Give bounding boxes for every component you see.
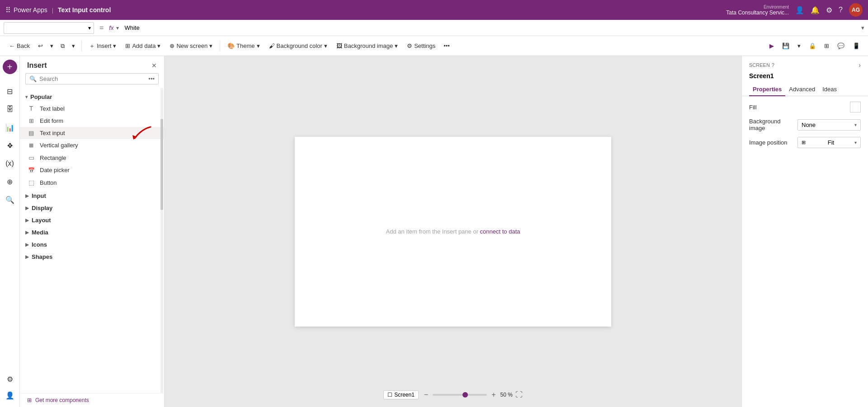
formula-chevron-small[interactable]: ▾ bbox=[116, 25, 119, 31]
canvas-placeholder-text: Add an item from the Insert pane or bbox=[386, 228, 478, 235]
image-position-dropdown[interactable]: ⊞ Fit ▾ bbox=[797, 137, 861, 148]
screen-section-label: SCREEN ? bbox=[749, 62, 774, 68]
popular-section-header[interactable]: ▾ Popular bbox=[20, 90, 164, 102]
add-circle-button[interactable]: + bbox=[3, 60, 17, 74]
comment-icon[interactable]: 💬 bbox=[835, 41, 847, 51]
publish-button[interactable]: 🔒 bbox=[806, 41, 819, 51]
copy-button[interactable]: ⧉ bbox=[58, 41, 67, 51]
zoom-slider-thumb[interactable] bbox=[462, 392, 468, 398]
search-input[interactable] bbox=[39, 75, 146, 82]
insert-list: ▾ Popular T Text label ⊞ Edit form ▤ Tex… bbox=[20, 88, 164, 393]
icons-section-header[interactable]: ▶ Icons bbox=[20, 238, 164, 250]
formula-bar-chevron[interactable]: ▾ bbox=[861, 24, 864, 31]
get-more-components[interactable]: ⊞ Get more components bbox=[20, 393, 164, 407]
account-sidebar-icon[interactable]: 👤 bbox=[2, 387, 18, 403]
gear-icon[interactable]: ⚙ bbox=[826, 6, 832, 14]
zoom-minus-button[interactable]: − bbox=[422, 390, 430, 400]
undo-dropdown[interactable]: ▾ bbox=[47, 41, 56, 51]
media-section-header[interactable]: ▶ Media bbox=[20, 225, 164, 238]
help-icon[interactable]: ? bbox=[839, 6, 843, 14]
formula-dropdown[interactable]: ▾ bbox=[4, 22, 94, 34]
tab-properties[interactable]: Properties bbox=[749, 83, 785, 96]
person-icon[interactable]: 👤 bbox=[795, 6, 804, 14]
tab-ideas[interactable]: Ideas bbox=[819, 83, 840, 96]
toolbar-extra[interactable]: ⊞ bbox=[821, 41, 832, 51]
zoom-plus-button[interactable]: + bbox=[490, 390, 497, 400]
theme-button[interactable]: 🎨 Theme ▾ bbox=[224, 41, 263, 51]
bg-image-button[interactable]: 🖼 Background image ▾ bbox=[333, 41, 401, 51]
insert-panel-header: Insert ✕ bbox=[20, 56, 164, 73]
edit-form-icon: ⊞ bbox=[27, 117, 35, 124]
layers-icon[interactable]: ⊟ bbox=[2, 83, 18, 99]
display-chevron: ▶ bbox=[25, 206, 29, 211]
fill-color-swatch[interactable] bbox=[850, 102, 861, 112]
phone-icon[interactable]: 📱 bbox=[850, 41, 863, 51]
shapes-section-header[interactable]: ▶ Shapes bbox=[20, 250, 164, 262]
right-panel-arrow[interactable]: › bbox=[859, 61, 861, 69]
formula-fx[interactable]: fx bbox=[109, 24, 113, 31]
rectangle-icon: ▭ bbox=[27, 154, 35, 161]
search-more-icon[interactable]: ••• bbox=[148, 75, 155, 82]
shapes-chevron: ▶ bbox=[25, 254, 29, 259]
list-item-button[interactable]: ⬚ Button bbox=[20, 176, 164, 189]
image-position-label: Image position bbox=[749, 139, 788, 146]
list-item-date-picker[interactable]: 📅 Date picker bbox=[20, 164, 164, 176]
settings-button[interactable]: ⚙ Settings bbox=[403, 41, 439, 51]
add-data-button[interactable]: ⊞ Add data ▾ bbox=[122, 41, 164, 51]
bg-image-dropdown[interactable]: None ▾ bbox=[797, 119, 861, 131]
screen-section-text: SCREEN bbox=[749, 62, 770, 68]
list-item-text-input[interactable]: ▤ Text input bbox=[20, 127, 164, 139]
text-label-name: Text label bbox=[40, 105, 65, 112]
rectangle-name: Rectangle bbox=[40, 154, 66, 161]
list-item-rectangle[interactable]: ▭ Rectangle bbox=[20, 151, 164, 164]
zoom-slider[interactable] bbox=[433, 394, 487, 396]
save-dropdown[interactable]: ▾ bbox=[795, 41, 803, 51]
screen-name: Screen1 bbox=[742, 70, 868, 83]
save-button[interactable]: 💾 bbox=[779, 41, 792, 51]
image-position-row: Image position ⊞ Fit ▾ bbox=[749, 137, 861, 148]
canvas-connect-link[interactable]: connect to data bbox=[480, 228, 520, 235]
chart-icon[interactable]: 📊 bbox=[2, 119, 18, 136]
variables-icon[interactable]: (x) bbox=[2, 155, 18, 172]
layout-section-header[interactable]: ▶ Layout bbox=[20, 213, 164, 225]
display-section-header[interactable]: ▶ Display bbox=[20, 201, 164, 213]
grid-icon[interactable]: ⠿ bbox=[5, 6, 11, 14]
tab-advanced[interactable]: Advanced bbox=[785, 83, 819, 96]
search-sidebar-icon[interactable]: 🔍 bbox=[2, 192, 18, 208]
app-title: Power Apps bbox=[14, 6, 47, 14]
avatar[interactable]: AG bbox=[849, 3, 863, 17]
more-button[interactable]: ••• bbox=[441, 41, 453, 51]
bg-color-button[interactable]: 🖌 Background color ▾ bbox=[265, 41, 331, 51]
list-item-vertical-gallery[interactable]: ▦ Vertical gallery bbox=[20, 139, 164, 151]
back-label: Back bbox=[17, 42, 30, 49]
list-item-text-label[interactable]: T Text label bbox=[20, 102, 164, 115]
bell-icon[interactable]: 🔔 bbox=[811, 6, 820, 14]
button-icon: ⬚ bbox=[27, 179, 35, 186]
data-icon[interactable]: 🗄 bbox=[2, 101, 18, 117]
formula-input[interactable] bbox=[122, 23, 859, 32]
back-button[interactable]: ← Back bbox=[5, 41, 33, 51]
undo-button[interactable]: ↩ bbox=[35, 41, 46, 51]
insert-close-button[interactable]: ✕ bbox=[151, 62, 157, 69]
settings-sidebar-icon[interactable]: ⚙ bbox=[2, 371, 18, 387]
components-icon[interactable]: ❖ bbox=[2, 137, 18, 154]
copy-dropdown[interactable]: ▾ bbox=[69, 41, 78, 51]
expand-icon[interactable]: ⛶ bbox=[515, 391, 523, 399]
preview-play[interactable]: ▶ bbox=[767, 41, 777, 51]
text-label-icon: T bbox=[27, 105, 35, 112]
new-screen-button[interactable]: ⊕ New screen ▾ bbox=[166, 41, 216, 51]
screen-help-icon[interactable]: ? bbox=[772, 62, 774, 68]
scrollbar-track[interactable] bbox=[160, 88, 163, 393]
top-bar: ⠿ Power Apps | Text Input control Enviro… bbox=[0, 0, 868, 20]
canvas-screen[interactable]: Add an item from the Insert pane or conn… bbox=[295, 137, 611, 327]
right-panel-header: SCREEN ? › bbox=[742, 56, 868, 70]
formula-bar: ▾ = fx ▾ ▾ bbox=[0, 20, 868, 36]
scrollbar-thumb[interactable] bbox=[160, 119, 163, 211]
list-item-edit-form[interactable]: ⊞ Edit form bbox=[20, 115, 164, 127]
input-section-header[interactable]: ▶ Input bbox=[20, 189, 164, 201]
connections-icon[interactable]: ⊕ bbox=[2, 173, 18, 190]
screen-checkbox[interactable]: ☐ bbox=[387, 392, 392, 398]
sidebar-bottom: ⚙ 👤 bbox=[2, 371, 18, 403]
insert-button[interactable]: ＋ Insert ▾ bbox=[85, 40, 120, 52]
bg-image-label: Background image bbox=[344, 42, 393, 49]
